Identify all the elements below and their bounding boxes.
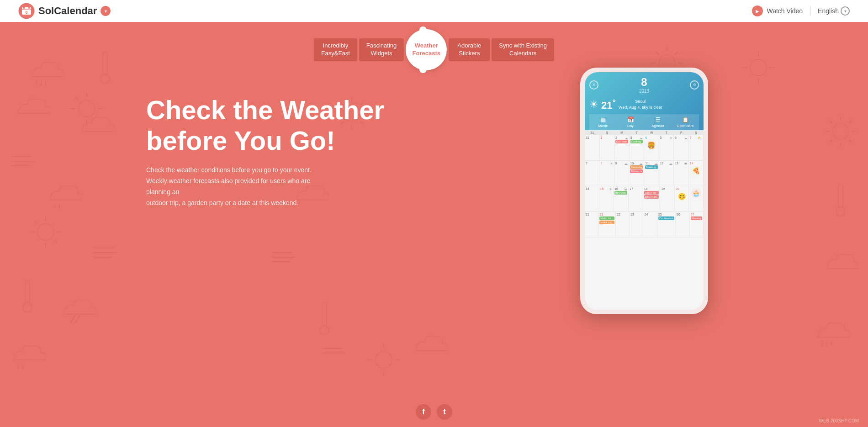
cal-day-20[interactable]: 20 😊 [675,186,689,211]
tab-sync-calendars[interactable]: Sync with ExistingCalendars [492,38,554,61]
event-meeting-11: Meeting [645,165,657,169]
cal-day-6[interactable]: 6 ☁ [674,135,689,160]
language-label: English [818,7,839,15]
header-right: ▶ Watch Video English ▾ [752,5,850,16]
calendar-temperature: 21° [601,97,616,111]
calendar-nav-day[interactable]: 📅 Day [617,114,644,130]
bg-sun-3 [27,214,64,250]
headline-line2: before You Go! [146,126,335,155]
svg-rect-9 [103,52,107,74]
day-icon: 📅 [627,116,634,123]
cal-day-18[interactable]: 18 Lunch @ BBQ Part.. [643,186,661,211]
headline-text: Check the Weather before You Go! [146,95,384,156]
headline: Check the Weather before You Go! Check t… [146,95,384,209]
weather-icon-day11: ☁ [654,162,658,166]
calendar-city: Seoul [619,99,662,105]
bg-thermo-2 [14,278,41,314]
svg-line-18 [675,52,678,55]
svg-line-59 [75,315,80,322]
cal-day-25[interactable]: 25 Conference [657,212,676,237]
cal-day-5[interactable]: 5 ☀ [659,135,674,160]
cal-day-21[interactable]: 21 Violin Le.. make a g.. [598,212,615,237]
calendar-nav-calendars[interactable]: 📋 Calendars [672,114,699,130]
cal-day-11[interactable]: 11 ☁ Meeting [644,161,659,186]
cal-week-31: 31 [585,135,600,160]
watch-video-button[interactable]: ▶ Watch Video [752,5,803,16]
week-header-m: M [614,131,630,134]
cal-day-7[interactable]: 7 ⛅ [689,135,704,160]
cal-week-34: 21 [585,212,598,237]
calendar-settings-icon[interactable]: ⚙ [690,80,699,90]
svg-line-58 [71,315,75,322]
language-selector[interactable]: English ▾ [818,6,850,16]
calendars-icon: 📋 [682,116,689,123]
sticker-face-day18: 😊 [677,191,687,201]
cal-day-12[interactable]: 12 ☁ [659,161,674,186]
bg-thermo-3 [827,182,854,218]
main-background: IncrediblyEasy&Fast FascinatingWidgets W… [0,22,868,427]
tab-fascinating-widgets[interactable]: FascinatingWidgets [359,38,404,61]
cal-day-19[interactable]: 19 [660,186,675,211]
bg-storm-1 [59,296,96,332]
svg-line-47 [829,140,832,143]
svg-point-36 [23,303,32,312]
facebook-button[interactable]: f [416,404,431,420]
svg-line-45 [849,140,852,143]
calendar-row-3: 14 15 ☀ 16 🌤 Interview 17 [585,186,704,212]
calendar-nav-month[interactable]: ▦ Month [589,114,617,130]
event-dinner: Dinner.io [630,169,643,173]
cal-day-16[interactable]: 16 🌤 Interview [614,186,629,211]
tab-incredibly-easy[interactable]: IncrediblyEasy&Fast [314,38,357,61]
cal-day-27[interactable]: 27 Meeting [690,212,704,237]
svg-text:8: 8 [25,10,27,15]
cal-day-14b[interactable]: 🧁 [689,186,704,211]
calendar-row-4: 21 21 Violin Le.. make a g.. 22 23 [585,212,704,237]
calendar-date-number: 8 [639,76,649,89]
calendar-weather-info: Seoul Wed, Aug 4, sky is clear [619,99,662,110]
bg-sun-7 [69,90,105,127]
cal-day-26[interactable]: 26 [676,212,689,237]
cal-day-14[interactable]: 14 🍕 [689,161,704,186]
cal-day-22[interactable]: 22 [616,212,630,237]
cal-day-15[interactable]: 15 ☀ [599,186,614,211]
cal-day-9[interactable]: 9 ☁ [614,161,629,186]
weather-icon-day13: 🌧 [684,162,688,166]
cal-day-8[interactable]: 8 ☀ [599,161,614,186]
cal-day-4[interactable]: 4 🍔 [644,135,659,160]
tab-weather-forecasts-label: WeatherForecasts [413,42,440,58]
calendar-grid: 31 S M T W T F S 31 1 2 [585,130,704,310]
svg-rect-4 [28,6,30,9]
cal-day-3[interactable]: 3 ☁ Cooking [630,135,645,160]
svg-point-39 [832,123,849,140]
cal-day-23[interactable]: 23 [630,212,643,237]
play-icon: ▶ [752,5,763,16]
weather-icon-day16: 🌤 [624,187,627,191]
cal-day-10[interactable]: 10 ☁ Camping Dinner.io [629,161,644,186]
calendar-close-icon[interactable]: ✕ [589,80,598,90]
header-divider [810,6,810,16]
logo[interactable]: 8 SolCalendar ▾ [18,3,111,19]
svg-line-16 [656,52,659,55]
svg-line-86 [75,97,79,100]
bg-thermometer-1 [91,49,119,86]
logo-dropdown-icon[interactable]: ▾ [101,6,111,16]
calendar-nav-month-label: Month [598,124,608,128]
cal-day-1[interactable]: 1 [600,135,615,160]
calendar-nav-agenda[interactable]: ☰ Agenda [644,114,672,130]
svg-point-76 [376,352,392,368]
twitter-button[interactable]: t [437,404,452,420]
cal-day-24[interactable]: 24 [643,212,657,237]
calendar-date-display: 8 2013 [639,76,649,94]
header: 8 SolCalendar ▾ ▶ Watch Video English ▾ [0,0,868,22]
language-chevron-icon: ▾ [841,6,850,16]
headline-line1: Check the Weather [146,95,384,125]
event-bbq: BBQ Part.. [644,195,659,199]
svg-rect-3 [23,6,25,9]
event-lunch: Lunch @ [644,191,659,195]
calendar-header: ✕ 8 2013 ⚙ ☀ 21° Seoul Wed, Aug 4, sky i… [585,72,704,130]
cal-day-2[interactable]: 2 ☁ Dad visit [614,135,630,160]
cal-day-13[interactable]: 13 🌧 [674,161,688,186]
tab-weather-forecasts[interactable]: WeatherForecasts [406,29,447,70]
tab-adorable-stickers[interactable]: AdorableStickers [449,38,490,61]
cal-day-17[interactable]: 17 [629,186,643,211]
